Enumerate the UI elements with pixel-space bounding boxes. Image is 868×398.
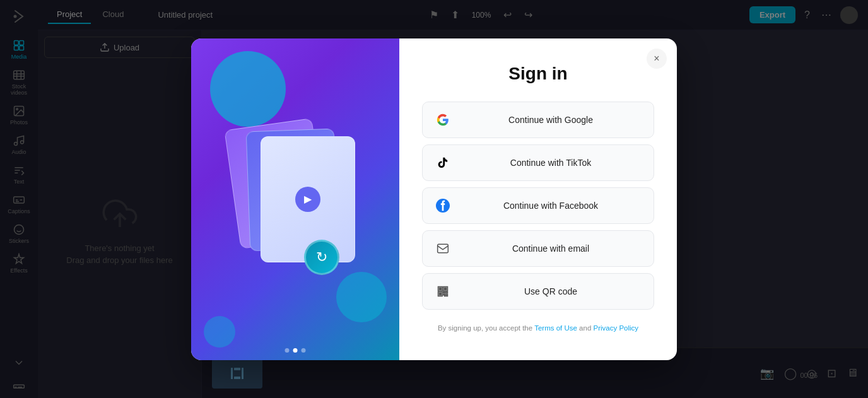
privacy-link[interactable]: Privacy Policy bbox=[593, 324, 638, 332]
email-auth-label: Continue with email bbox=[458, 243, 643, 254]
sign-in-modal: Templates ▶ ↻ × Sign in bbox=[191, 38, 677, 360]
google-icon bbox=[433, 110, 453, 130]
email-auth-button[interactable]: Continue with email bbox=[422, 230, 654, 267]
modal-illustration: Templates ▶ ↻ bbox=[191, 38, 399, 360]
sync-icon: ↻ bbox=[304, 240, 339, 275]
dot-3[interactable] bbox=[302, 348, 306, 353]
qr-auth-button[interactable]: Use QR code bbox=[422, 273, 654, 310]
phone-stack-illustration: Templates ▶ ↻ bbox=[232, 111, 358, 288]
sign-in-title: Sign in bbox=[508, 64, 567, 84]
tiktok-auth-label: Continue with TikTok bbox=[458, 158, 643, 168]
email-icon bbox=[433, 238, 453, 259]
dot-1[interactable] bbox=[285, 348, 290, 353]
svg-rect-24 bbox=[439, 288, 441, 290]
terms-text: By signing up, you accept the Terms of U… bbox=[438, 322, 638, 334]
tiktok-auth-button[interactable]: Continue with TikTok bbox=[422, 144, 654, 181]
modal-overlay[interactable]: Templates ▶ ↻ × Sign in bbox=[0, 0, 868, 398]
qr-icon bbox=[433, 281, 453, 301]
modal-right-panel: × Sign in Continue with Google Continue … bbox=[399, 38, 677, 360]
carousel-dots bbox=[285, 348, 306, 353]
dot-2[interactable] bbox=[293, 348, 298, 353]
play-icon: ▶ bbox=[295, 187, 320, 212]
svg-rect-28 bbox=[439, 293, 441, 295]
google-auth-button[interactable]: Continue with Google bbox=[422, 102, 654, 138]
auth-buttons-container: Continue with Google Continue with TikTo… bbox=[422, 102, 654, 310]
tiktok-icon bbox=[433, 153, 453, 173]
terms-link[interactable]: Terms of Use bbox=[534, 324, 577, 332]
facebook-auth-label: Continue with Facebook bbox=[458, 201, 643, 211]
svg-rect-22 bbox=[438, 244, 449, 252]
blob-3 bbox=[204, 316, 235, 348]
google-auth-label: Continue with Google bbox=[458, 115, 643, 125]
qr-auth-label: Use QR code bbox=[458, 286, 643, 296]
facebook-auth-button[interactable]: Continue with Facebook bbox=[422, 187, 654, 224]
card-front: ▶ bbox=[261, 136, 355, 262]
modal-close-button[interactable]: × bbox=[647, 49, 667, 69]
svg-rect-26 bbox=[445, 288, 447, 290]
facebook-icon bbox=[433, 196, 453, 216]
